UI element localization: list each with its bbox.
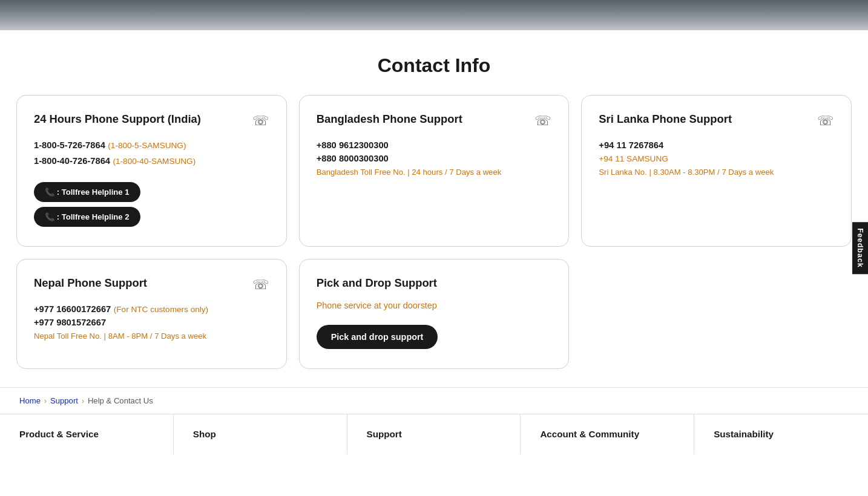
india-phone-alt-1: (1-800-5-SAMSUNG) (108, 141, 186, 150)
srilanka-card-header: Sri Lanka Phone Support ☏ (599, 113, 834, 129)
empty-card (581, 259, 852, 369)
srilanka-card-title: Sri Lanka Phone Support (599, 113, 732, 126)
nepal-phone-alt: (For NTC customers only) (114, 305, 208, 314)
india-phone-pair-2: 1-800-40-726-7864 (1-800-40-SAMSUNG) (34, 155, 269, 166)
footer-col-shop[interactable]: Shop (174, 414, 347, 454)
srilanka-phone-primary: +94 11 7267864 (599, 140, 834, 151)
breadcrumb-support[interactable]: Support (50, 396, 78, 405)
bangladesh-card-title: Bangladesh Phone Support (317, 113, 462, 126)
bangladesh-phone-1: +880 9612300300 (317, 140, 552, 151)
bangladesh-phone-note: Bangladesh Toll Free No. | 24 hours / 7 … (317, 168, 552, 177)
hero-image (0, 0, 868, 30)
srilanka-phone-alt-line: +94 11 SAMSUNG (599, 153, 834, 164)
footer-col-support-title: Support (367, 429, 402, 439)
india-btn-block: 📞 : Tollfree Helpline 1 📞 : Tollfree Hel… (34, 175, 269, 227)
breadcrumb-sep-2: › (82, 397, 84, 405)
bangladesh-phone-primary-1: +880 9612300300 (317, 140, 389, 150)
india-phone-pair-1: 1-800-5-726-7864 (1-800-5-SAMSUNG) (34, 140, 269, 151)
breadcrumb-current: Help & Contact Us (88, 396, 153, 405)
india-card: 24 Hours Phone Support (India) ☏ 1-800-5… (16, 95, 287, 247)
footer-col-sustainability-title: Sustainability (714, 429, 774, 439)
cards-row-1: 24 Hours Phone Support (India) ☏ 1-800-5… (16, 95, 852, 247)
breadcrumb-home[interactable]: Home (19, 396, 41, 405)
footer-col-product-service-title: Product & Service (19, 429, 99, 439)
page-title: Contact Info (12, 54, 856, 77)
nepal-phone-icon: ☏ (252, 276, 269, 293)
pickdrop-card-title: Pick and Drop Support (317, 276, 437, 290)
footer-nav: Product & Service Shop Support Account &… (0, 414, 868, 454)
srilanka-phone-icon: ☏ (817, 113, 834, 129)
pickdrop-card-header: Pick and Drop Support (317, 276, 552, 290)
nepal-card-title: Nepal Phone Support (34, 276, 147, 290)
bangladesh-phone-icon: ☏ (534, 113, 551, 129)
nepal-phone-2: +977 9801572667 (34, 318, 106, 327)
bangladesh-phone-2: +880 8000300300 (317, 153, 552, 164)
nepal-phone-note: Nepal Toll Free No. | 8AM - 8PM / 7 Days… (34, 331, 269, 341)
india-phone-primary-1: 1-800-5-726-7864 (34, 140, 105, 150)
feedback-tab[interactable]: Feedback (852, 222, 868, 274)
footer-col-account-community-title: Account & Community (540, 429, 639, 439)
cards-row-2: Nepal Phone Support ☏ +977 16600172667 (… (16, 259, 852, 369)
nepal-phone-2-line: +977 9801572667 (34, 317, 269, 328)
breadcrumb-sep-1: › (44, 397, 47, 405)
tollfree-helpline-2-button[interactable]: 📞 : Tollfree Helpline 2 (34, 207, 140, 227)
nepal-phone-primary-line: +977 16600172667 (For NTC customers only… (34, 304, 269, 315)
srilanka-phone-note: Sri Lanka No. | 8.30AM - 8.30PM / 7 Days… (599, 168, 834, 177)
india-phone-alt-2: (1-800-40-SAMSUNG) (113, 157, 196, 166)
bangladesh-card: Bangladesh Phone Support ☏ +880 96123003… (299, 95, 570, 247)
footer-col-product-service[interactable]: Product & Service (0, 414, 174, 454)
nepal-card: Nepal Phone Support ☏ +977 16600172667 (… (16, 259, 287, 369)
nepal-card-header: Nepal Phone Support ☏ (34, 276, 269, 293)
pickdrop-card: Pick and Drop Support Phone service at y… (299, 259, 570, 369)
bangladesh-card-header: Bangladesh Phone Support ☏ (317, 113, 552, 129)
india-phone-icon: ☏ (252, 113, 269, 129)
footer-col-support[interactable]: Support (347, 414, 521, 454)
srilanka-phone-alt: +94 11 SAMSUNG (599, 154, 668, 163)
pickdrop-subtitle: Phone service at your doorstep (317, 301, 552, 310)
india-phone-primary-2: 1-800-40-726-7864 (34, 156, 110, 166)
india-card-title: 24 Hours Phone Support (India) (34, 113, 201, 126)
bangladesh-phone-primary-2: +880 8000300300 (317, 154, 389, 163)
footer-col-sustainability[interactable]: Sustainability (694, 414, 868, 454)
breadcrumb-bar: Home › Support › Help & Contact Us (0, 387, 868, 414)
contact-section: Contact Info 24 Hours Phone Support (Ind… (0, 30, 868, 387)
india-card-header: 24 Hours Phone Support (India) ☏ (34, 113, 269, 129)
tollfree-helpline-1-button[interactable]: 📞 : Tollfree Helpline 1 (34, 182, 140, 202)
breadcrumb: Home › Support › Help & Contact Us (19, 396, 849, 405)
srilanka-phone-num: +94 11 7267864 (599, 140, 663, 150)
nepal-phone-primary: +977 16600172667 (34, 304, 111, 314)
footer-col-account-community[interactable]: Account & Community (521, 414, 694, 454)
srilanka-card: Sri Lanka Phone Support ☏ +94 11 7267864… (581, 95, 852, 247)
footer-col-shop-title: Shop (193, 429, 216, 439)
pick-drop-support-button[interactable]: Pick and drop support (317, 325, 438, 349)
feedback-tab-wrapper[interactable]: Feedback (852, 222, 868, 274)
